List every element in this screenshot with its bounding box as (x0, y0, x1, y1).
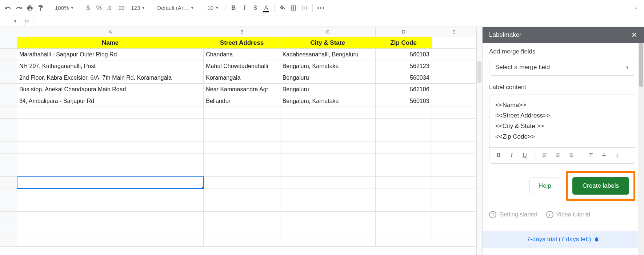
cell[interactable] (432, 49, 476, 60)
cell[interactable] (376, 188, 432, 200)
cell[interactable] (376, 212, 432, 223)
text-color-button[interactable]: A (261, 3, 271, 13)
font-size-dropdown[interactable]: 10▼ (204, 3, 222, 13)
getting-started-link[interactable]: ? Getting started (489, 211, 537, 218)
cell[interactable]: 560034 (376, 72, 432, 84)
cell[interactable] (432, 177, 476, 188)
cell[interactable]: 560103 (376, 95, 432, 107)
cell[interactable]: 2nd Floor, Kabra Excelsior, 6/A, 7th Mai… (17, 72, 204, 84)
close-icon[interactable]: ✕ (631, 31, 637, 39)
row-header[interactable] (0, 200, 17, 212)
cell[interactable] (17, 119, 204, 130)
cell[interactable] (376, 119, 432, 130)
row-header[interactable] (0, 212, 17, 223)
borders-button[interactable] (288, 3, 299, 13)
cell[interactable] (376, 165, 432, 177)
cell[interactable] (376, 130, 432, 142)
cell[interactable] (204, 142, 280, 154)
align-left-button[interactable] (539, 150, 550, 161)
strikethrough-button[interactable]: S (250, 3, 260, 13)
cell[interactable] (432, 223, 476, 235)
merge-field-select[interactable]: Select a merge field ▼ (489, 59, 635, 76)
paint-format-button[interactable] (36, 3, 46, 13)
cell[interactable] (432, 154, 476, 165)
cell[interactable] (376, 235, 432, 247)
cell[interactable] (432, 165, 476, 177)
cell[interactable] (17, 154, 204, 165)
cell[interactable] (204, 165, 280, 177)
row-header[interactable] (0, 130, 17, 142)
cell[interactable]: Koramangala (204, 72, 280, 84)
cell[interactable] (280, 119, 376, 130)
row-header[interactable] (0, 165, 17, 177)
col-header-C[interactable]: C (280, 27, 376, 37)
cell[interactable] (432, 60, 476, 72)
cell[interactable] (280, 165, 376, 177)
help-button[interactable]: Help (529, 178, 560, 194)
more-button[interactable]: ••• (316, 3, 327, 13)
cell[interactable] (280, 107, 376, 119)
cell[interactable]: Marathahalli - Sarjapur Outer Ring Rd (17, 49, 204, 60)
cell[interactable] (376, 107, 432, 119)
editor-italic-button[interactable]: I (506, 150, 517, 161)
cell[interactable] (280, 235, 376, 247)
redo-button[interactable] (14, 3, 24, 13)
cell[interactable] (204, 107, 280, 119)
row-header[interactable] (0, 235, 17, 247)
cell[interactable] (17, 130, 204, 142)
trial-banner[interactable]: 7-days trial (7 days left) (483, 231, 644, 248)
cell[interactable] (376, 200, 432, 212)
cell[interactable]: Bengaluru (280, 84, 376, 95)
percent-button[interactable]: % (94, 3, 104, 13)
name-box[interactable]: ▼ (0, 16, 20, 27)
cell[interactable]: 560103 (376, 49, 432, 60)
row-header[interactable] (0, 72, 17, 84)
cell[interactable]: Bengaluru, Karnataka (280, 95, 376, 107)
row-header[interactable] (0, 107, 17, 119)
cell[interactable] (280, 200, 376, 212)
currency-button[interactable]: $ (83, 3, 93, 13)
cell[interactable] (280, 223, 376, 235)
cell[interactable]: Bellandur (204, 95, 280, 107)
cell[interactable] (280, 212, 376, 223)
cell[interactable] (17, 235, 204, 247)
cell[interactable] (432, 72, 476, 84)
cell[interactable] (280, 142, 376, 154)
cell[interactable] (204, 154, 280, 165)
cell[interactable]: Bengaluru (280, 72, 376, 84)
cell[interactable] (17, 212, 204, 223)
cell[interactable] (432, 142, 476, 154)
cell[interactable]: Kadabeesanahalli, Bengaluru (280, 49, 376, 60)
number-format-dropdown[interactable]: 123▼ (128, 3, 148, 13)
cell[interactable]: Name (17, 37, 204, 49)
cell[interactable]: 562106 (376, 84, 432, 95)
align-center-button[interactable] (552, 150, 563, 161)
cell[interactable] (376, 154, 432, 165)
cell[interactable] (432, 130, 476, 142)
cell[interactable] (204, 119, 280, 130)
row-header[interactable] (0, 154, 17, 165)
increase-decimal-button[interactable]: .00↑ (116, 3, 127, 13)
select-all-corner[interactable] (0, 27, 17, 37)
cell[interactable]: Bus stop, Anekal Chandapura Main Road (17, 84, 204, 95)
cell[interactable]: City & State (280, 37, 376, 49)
cell[interactable] (280, 154, 376, 165)
bold-button[interactable]: B (228, 3, 239, 13)
cell[interactable]: Mahal Chowdadenahalli (204, 60, 280, 72)
cell[interactable] (204, 177, 280, 188)
formula-input[interactable] (33, 16, 644, 27)
merge-cells-button[interactable] (299, 3, 309, 13)
undo-button[interactable] (3, 3, 13, 13)
cell[interactable] (280, 188, 376, 200)
editor-underline-button[interactable]: U (519, 150, 530, 161)
cell[interactable] (432, 84, 476, 95)
row-header[interactable] (0, 37, 17, 49)
create-labels-button[interactable]: Create labels (572, 177, 629, 195)
cell[interactable] (17, 107, 204, 119)
cell[interactable] (204, 223, 280, 235)
cell[interactable]: 562123 (376, 60, 432, 72)
font-family-dropdown[interactable]: Default (Ari...▼ (154, 3, 198, 13)
col-header-D[interactable]: D (376, 27, 432, 37)
cell[interactable] (17, 142, 204, 154)
cell[interactable]: Bengaluru, Karnataka (280, 60, 376, 72)
